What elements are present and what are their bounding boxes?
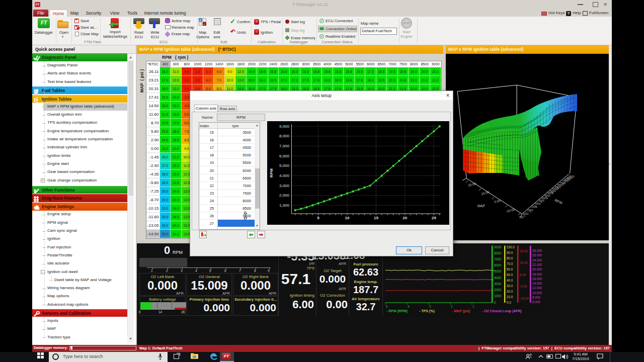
svg-text:50.0: 50.0 <box>507 273 513 277</box>
svg-text:3: 3 <box>429 305 431 308</box>
svg-text:500: 500 <box>519 216 524 219</box>
svg-text:7,000: 7,000 <box>279 144 290 148</box>
svg-text:14.000: 14.000 <box>532 282 542 285</box>
svg-text:5,000: 5,000 <box>279 163 290 168</box>
svg-text:70.0: 70.0 <box>507 262 513 265</box>
svg-text:4,000: 4,000 <box>279 173 290 178</box>
svg-text:- MAP (psi): - MAP (psi) <box>452 309 470 313</box>
svg-text:0.0: 0.0 <box>507 301 511 304</box>
svg-text:2,000: 2,000 <box>279 193 290 198</box>
svg-text:-15.00: -15.00 <box>520 297 529 300</box>
svg-text:1000: 1000 <box>494 294 502 298</box>
svg-text:15.00: 15.00 <box>520 261 528 264</box>
svg-text:2: 2 <box>451 305 453 308</box>
svg-text:7000: 7000 <box>494 257 502 261</box>
svg-text:5: 5 <box>386 305 388 308</box>
svg-text:20.0: 20.0 <box>507 290 513 293</box>
svg-text:6000: 6000 <box>494 263 502 267</box>
svg-text:18.000: 18.000 <box>532 273 542 276</box>
svg-text:16.000: 16.000 <box>532 277 542 281</box>
svg-text:5.00: 5.00 <box>520 273 526 277</box>
svg-text:MAP: MAP <box>477 204 486 208</box>
svg-text:1,000: 1,000 <box>279 203 290 208</box>
svg-text:6.000: 6.000 <box>532 300 540 304</box>
svg-text:-5.00: -5.00 <box>520 285 527 288</box>
svg-text:RPM: RPM <box>269 168 274 177</box>
svg-text:4: 4 <box>408 305 410 308</box>
svg-text:5: 5 <box>317 216 319 220</box>
svg-text:80.0: 80.0 <box>507 256 513 260</box>
svg-text:- TPS (%): - TPS (%) <box>419 309 435 313</box>
svg-text:5000: 5000 <box>494 269 502 273</box>
svg-text:25.00: 25.00 <box>520 249 528 253</box>
svg-text:1: 1 <box>472 305 474 308</box>
svg-text:3000: 3000 <box>494 282 502 286</box>
svg-text:25: 25 <box>432 216 436 220</box>
svg-text:6,000: 6,000 <box>279 154 290 158</box>
svg-text:28.000: 28.000 <box>532 249 542 252</box>
svg-text:8.000: 8.000 <box>532 296 540 299</box>
svg-text:10.000: 10.000 <box>532 291 542 295</box>
svg-text:26.000: 26.000 <box>532 253 542 257</box>
svg-text:9,000: 9,000 <box>279 124 290 129</box>
svg-text:2500: 2500 <box>535 202 541 205</box>
svg-text:-10.00: -10.00 <box>506 208 516 213</box>
svg-text:- O2 Closed Loop (AFR): - O2 Closed Loop (AFR) <box>482 309 522 313</box>
svg-text:10.0: 10.0 <box>507 295 513 299</box>
svg-text:9000: 9000 <box>494 245 502 249</box>
svg-text:2000: 2000 <box>531 205 537 208</box>
svg-text:0: 0 <box>494 301 496 304</box>
svg-text:30.0: 30.0 <box>507 284 513 288</box>
svg-text:40.0: 40.0 <box>507 279 513 282</box>
svg-text:8,000: 8,000 <box>279 134 290 138</box>
svg-text:1500: 1500 <box>527 209 533 212</box>
svg-text:60.0: 60.0 <box>507 267 513 271</box>
svg-text:20.00: 20.00 <box>468 182 477 187</box>
svg-text:24.000: 24.000 <box>532 258 542 262</box>
svg-text:22.000: 22.000 <box>532 263 542 266</box>
svg-text:15: 15 <box>374 216 378 220</box>
svg-text:10: 10 <box>345 216 350 220</box>
svg-text:- RPM (RPM): - RPM (RPM) <box>386 309 408 313</box>
svg-text:90.0: 90.0 <box>507 251 513 254</box>
svg-text:20.000: 20.000 <box>532 267 542 271</box>
svg-text:10.00: 10.00 <box>481 190 490 196</box>
svg-text:4000: 4000 <box>494 276 502 280</box>
svg-text:RPM: RPM <box>554 199 563 205</box>
svg-text:2000: 2000 <box>494 288 502 292</box>
svg-text:100.0: 100.0 <box>507 245 515 249</box>
svg-text:9000: 9000 <box>569 175 575 178</box>
svg-text:0.00: 0.00 <box>494 199 501 204</box>
svg-text:12.000: 12.000 <box>532 286 542 290</box>
svg-text:1000: 1000 <box>523 212 529 215</box>
svg-text:8000: 8000 <box>494 251 502 255</box>
svg-text:20: 20 <box>403 216 407 220</box>
svg-text:3,000: 3,000 <box>279 184 290 188</box>
